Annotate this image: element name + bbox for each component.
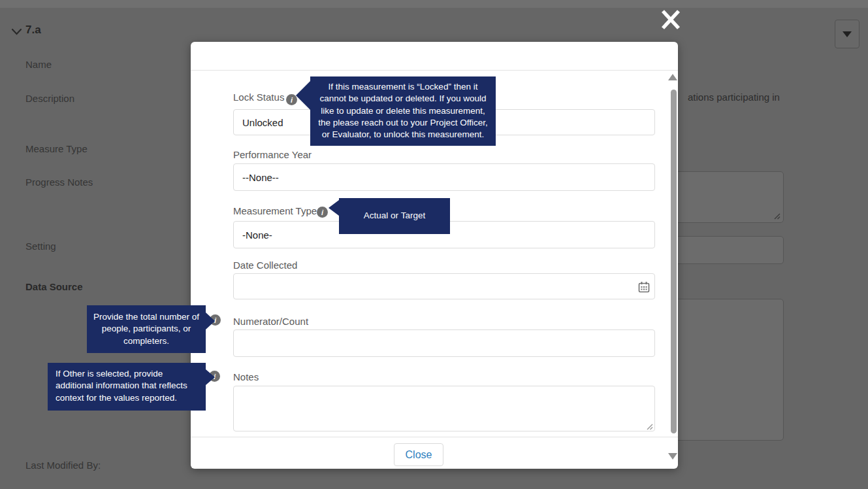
calendar-icon[interactable]	[638, 281, 650, 295]
modal-header-divider	[191, 70, 678, 71]
measurement-type-tooltip: Actual or Target	[339, 198, 450, 234]
measurement-type-info-icon[interactable]	[317, 207, 328, 218]
notes-tooltip-arrow	[206, 369, 215, 385]
lock-status-label: Lock Status	[233, 92, 284, 103]
performance-year-label: Performance Year	[233, 149, 312, 160]
performance-year-value: --None--	[242, 172, 279, 183]
numerator-label: Numerator/Count	[233, 316, 308, 327]
screen: 7.a Name Description Measure Type Progre…	[0, 0, 868, 489]
notes-tooltip: If Other is selected, provide additional…	[48, 363, 206, 411]
date-collected-field[interactable]	[233, 273, 655, 299]
performance-year-field[interactable]: --None--	[233, 163, 655, 191]
notes-textarea[interactable]	[233, 386, 655, 431]
scroll-up-arrow-icon[interactable]	[668, 74, 677, 80]
numerator-field[interactable]	[233, 329, 655, 357]
numerator-tooltip-arrow	[206, 312, 215, 329]
resize-handle-icon[interactable]	[647, 424, 653, 430]
close-x-icon[interactable]	[660, 8, 681, 33]
date-collected-label: Date Collected	[233, 260, 297, 271]
scroll-down-arrow-icon[interactable]	[668, 453, 677, 460]
measurement-type-label: Measurement Type	[233, 205, 317, 216]
scrollbar-thumb[interactable]	[671, 90, 677, 433]
measurement-type-value: -None-	[242, 229, 272, 241]
measurement-type-tooltip-arrow	[329, 200, 339, 216]
lock-status-tooltip-arrow	[296, 81, 310, 110]
numerator-tooltip: Provide the total number of people, part…	[87, 305, 206, 353]
lock-status-tooltip: If this measurement is “Locked” then it …	[310, 76, 496, 146]
close-button[interactable]: Close	[394, 443, 443, 466]
notes-label: Notes	[233, 371, 259, 382]
lock-status-value: Unlocked	[242, 117, 283, 128]
modal-footer-divider	[191, 437, 678, 437]
